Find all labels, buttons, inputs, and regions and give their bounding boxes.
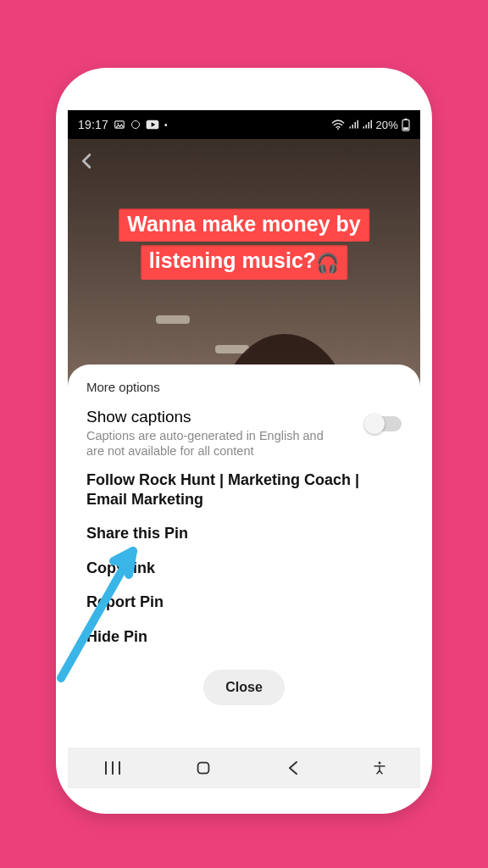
svg-point-12 — [378, 762, 380, 765]
battery-icon — [402, 118, 410, 131]
overlay-line-2: listening music?🎧 — [141, 245, 347, 280]
nav-home-icon[interactable] — [182, 759, 225, 777]
report-label: Report Pin — [86, 593, 402, 612]
svg-rect-6 — [404, 119, 407, 120]
show-captions-label: Show captions — [86, 408, 341, 426]
svg-point-2 — [132, 121, 140, 129]
report-option[interactable]: Report Pin — [86, 586, 402, 620]
youtube-icon — [146, 120, 159, 130]
status-bar: 19:17 • — [68, 110, 420, 139]
svg-rect-11 — [197, 763, 208, 774]
overlay-line-1: Wanna make money by — [119, 209, 369, 242]
follow-option[interactable]: Follow Rock Hunt | Marketing Coach | Ema… — [86, 464, 402, 517]
signal-icon-1 — [348, 120, 358, 130]
share-label: Share this Pin — [86, 524, 402, 543]
back-button[interactable] — [78, 147, 97, 176]
nav-back-icon[interactable] — [272, 760, 314, 776]
copy-link-label: Copy link — [86, 559, 402, 578]
video-caption-overlay: Wanna make money by listening music?🎧 — [119, 207, 369, 281]
phone-screen: 19:17 • — [68, 110, 420, 788]
android-nav-bar — [68, 748, 420, 788]
more-options-sheet: More options Show captions Captions are … — [68, 364, 420, 748]
follow-label: Follow Rock Hunt | Marketing Coach | Ema… — [86, 470, 402, 509]
status-time: 19:17 — [78, 118, 108, 131]
svg-point-4 — [337, 128, 339, 130]
close-button[interactable]: Close — [203, 670, 285, 705]
captions-toggle[interactable] — [366, 416, 402, 431]
phone-frame: 19:17 • — [56, 68, 432, 814]
svg-point-1 — [117, 123, 119, 125]
copy-link-option[interactable]: Copy link — [86, 552, 402, 587]
nav-recents-icon[interactable] — [92, 760, 134, 776]
hide-label: Hide Pin — [86, 627, 402, 647]
sheet-title: More options — [86, 380, 402, 394]
signal-icon-2 — [362, 120, 372, 130]
screenshot-stage: 19:17 • — [0, 0, 488, 868]
hide-option[interactable]: Hide Pin — [86, 620, 402, 655]
battery-percent: 20% — [375, 119, 398, 131]
headphone-icon: 🎧 — [316, 253, 339, 274]
share-option[interactable]: Share this Pin — [86, 517, 402, 552]
show-captions-description: Captions are auto-generated in English a… — [86, 428, 341, 459]
circle-icon — [130, 120, 141, 130]
svg-rect-7 — [403, 127, 408, 130]
background-lights — [156, 315, 190, 324]
show-captions-row[interactable]: Show captions Captions are auto-generate… — [86, 404, 402, 464]
dot-icon: • — [164, 120, 168, 130]
nav-accessibility-icon[interactable] — [363, 760, 396, 776]
image-icon — [114, 119, 125, 131]
wifi-icon — [331, 120, 345, 130]
